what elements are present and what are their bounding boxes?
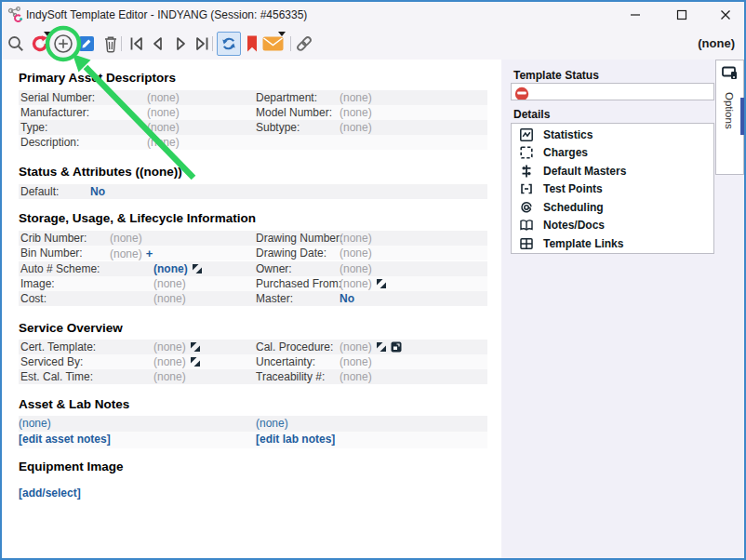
title-bar[interactable]: IndySoft Template Editor - INDYANG (Sess… [2, 2, 744, 28]
field-label: Serviced By: [20, 355, 83, 368]
master-toggle-value[interactable]: No [340, 292, 354, 305]
section-title-primary: Primary Asset Descriptors [19, 71, 176, 85]
auto-scheme-link[interactable]: (none) [153, 262, 188, 275]
details-item-statistics[interactable]: Statistics [512, 126, 713, 144]
minimize-button[interactable] [619, 2, 651, 28]
notes-docs-icon [519, 218, 534, 233]
app-logo-icon [7, 7, 23, 26]
field-value: (none) [153, 370, 186, 383]
field-value: (none) [147, 91, 180, 104]
details-item-test-points[interactable]: Test Points [512, 180, 713, 199]
first-record-button[interactable] [126, 33, 148, 55]
details-item-label: Test Points [543, 182, 603, 195]
section-title-storage: Storage, Usage, & Lifecycle Information [19, 211, 256, 225]
field-row: Type: (none) Subtype: (none) [19, 120, 487, 135]
details-item-template-links[interactable]: Template Links [512, 234, 713, 253]
field-value: (none) [153, 292, 186, 305]
field-value: (none) [340, 91, 372, 104]
field-label: Purchased From: [256, 277, 341, 290]
field-label: Master: [256, 292, 293, 305]
details-item-label: Scheduling [543, 201, 604, 214]
field-label: Serial Number: [20, 91, 95, 104]
asset-notes-value: (none) [19, 417, 51, 430]
field-row: Est. Cal. Time: (none) Traceability #: (… [19, 369, 487, 384]
default-toggle-value[interactable]: No [90, 185, 105, 198]
field-label: Crib Number: [20, 232, 87, 245]
field-label: Owner: [256, 262, 292, 275]
link-button[interactable] [293, 33, 315, 55]
history-button[interactable] [29, 33, 51, 55]
refresh-button[interactable] [217, 32, 241, 56]
goto-icon[interactable] [190, 356, 201, 367]
goto-icon[interactable] [192, 263, 203, 274]
toolbar: (none) [2, 28, 744, 60]
email-button[interactable] [260, 33, 285, 55]
goto-icon[interactable] [190, 341, 201, 353]
last-record-button[interactable] [191, 33, 213, 55]
previous-record-button[interactable] [146, 33, 168, 55]
maximize-button[interactable] [666, 2, 698, 28]
template-links-icon [519, 236, 534, 251]
charges-icon [519, 145, 534, 160]
options-tab-label: Options [724, 92, 735, 129]
add-bin-icon[interactable]: + [146, 247, 153, 260]
section-title-notes: Asset & Lab Notes [19, 397, 129, 411]
email-dropdown-caret[interactable] [278, 32, 286, 36]
field-label: Est. Cal. Time: [20, 370, 93, 383]
field-value: (none) [340, 340, 372, 353]
details-item-label: Template Links [543, 237, 623, 250]
edit-asset-notes-link[interactable]: [edit asset notes] [19, 433, 111, 446]
field-value: (none) [340, 262, 372, 275]
field-row: Serial Number: (none) Department: (none) [19, 90, 487, 105]
delete-button[interactable] [100, 33, 122, 55]
toolbar-separator [290, 36, 291, 51]
close-button[interactable] [710, 2, 741, 28]
details-item-label: Charges [543, 146, 588, 159]
field-row: Bin Number: (none) + Drawing Date: (none… [19, 246, 487, 260]
field-label: Manufacturer: [20, 106, 89, 119]
goto-icon[interactable] [376, 278, 387, 289]
add-button[interactable] [52, 33, 74, 55]
field-value: (none) [340, 355, 372, 368]
field-label: Subtype: [256, 121, 300, 134]
field-value: (none) [153, 355, 186, 368]
open-window-icon[interactable] [391, 341, 402, 353]
field-row: Default: No [19, 184, 487, 199]
history-dropdown-caret[interactable] [44, 32, 51, 36]
field-label: Auto # Scheme: [20, 262, 100, 275]
edit-button[interactable] [75, 33, 98, 55]
details-item-default-masters[interactable]: Default Masters [512, 162, 713, 180]
field-label: Image: [20, 277, 55, 290]
default-masters-icon [519, 164, 534, 179]
details-item-notes-docs[interactable]: Notes/Docs [512, 217, 713, 235]
docked-panel-edge[interactable] [740, 98, 745, 135]
statistics-icon [519, 127, 534, 142]
notes-value-row: (none) (none) [19, 416, 487, 432]
field-label: Uncertainty: [256, 355, 315, 368]
field-value: (none) [147, 106, 180, 119]
field-label: Cost: [20, 292, 47, 305]
app-window: IndySoft Template Editor - INDYANG (Sess… [0, 0, 746, 560]
details-item-scheduling[interactable]: Scheduling [512, 198, 713, 217]
next-record-button[interactable] [170, 33, 193, 55]
add-select-image-link[interactable]: [add/select] [19, 487, 81, 500]
field-row: Cert. Template: (none) Cal. Procedure: (… [19, 340, 487, 354]
field-row: Serviced By: (none) Uncertainty: (none) [19, 354, 487, 369]
edit-lab-notes-link[interactable]: [edit lab notes] [256, 433, 335, 446]
search-button[interactable] [5, 33, 27, 55]
field-label: Cal. Procedure: [256, 340, 333, 353]
lab-notes-value: (none) [256, 417, 288, 430]
details-item-charges[interactable]: Charges [512, 144, 713, 163]
field-row: Cost: (none) Master: No [19, 291, 487, 306]
section-title-status: Status & Attributes ((none)) [19, 165, 182, 179]
field-row: Crib Number: (none) Drawing Number: (non… [19, 231, 487, 246]
field-label: Cert. Template: [20, 340, 96, 353]
field-value: (none) [153, 340, 186, 353]
scheduling-icon [519, 200, 534, 215]
toolbar-separator [121, 36, 122, 51]
goto-icon[interactable] [376, 341, 387, 353]
field-value: (none) [340, 121, 372, 134]
window-title: IndySoft Template Editor - INDYANG (Sess… [26, 8, 307, 21]
field-value: (none) [340, 232, 372, 245]
field-label: Drawing Date: [256, 247, 326, 260]
